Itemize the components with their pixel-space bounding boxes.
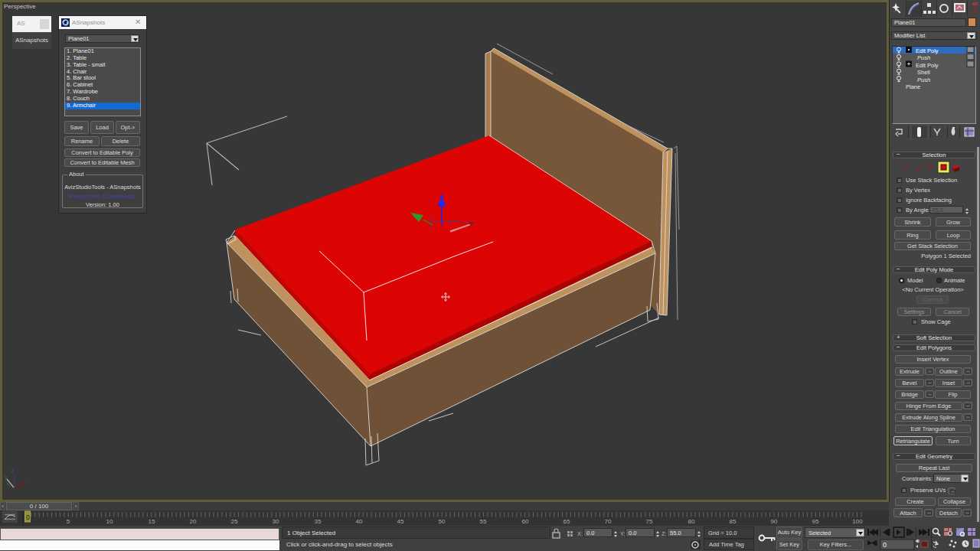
svg-text:x: x xyxy=(25,478,28,483)
svg-text:0: 0 xyxy=(26,514,30,521)
svg-text:z: z xyxy=(11,468,14,473)
svg-text:0: 0 xyxy=(883,541,887,549)
